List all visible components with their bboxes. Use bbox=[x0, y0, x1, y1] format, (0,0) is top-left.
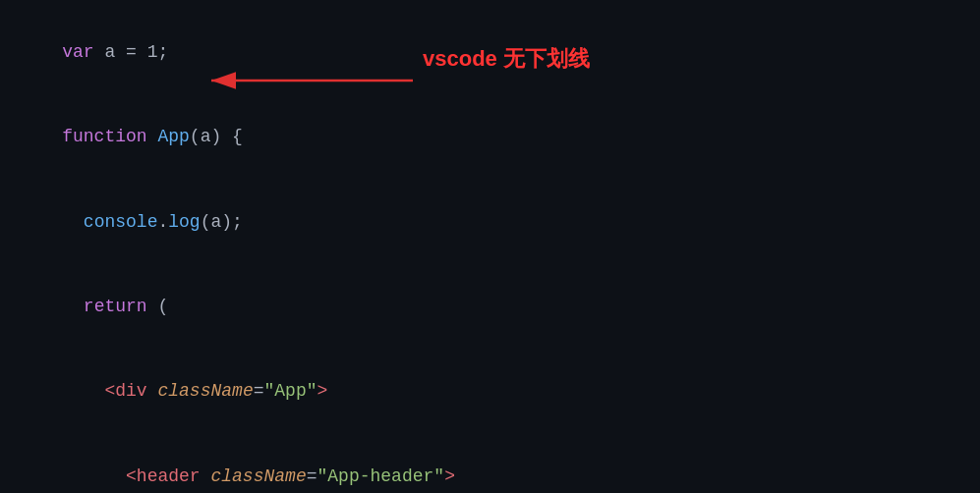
code-line-6: <header className="App-header"> bbox=[20, 434, 960, 493]
code-editor: var a = 1; function App(a) { console.log… bbox=[20, 10, 960, 493]
code-line-2: function App(a) { bbox=[20, 94, 960, 179]
annotation-label: vscode 无下划线 bbox=[423, 41, 590, 76]
annotation-arrow bbox=[202, 51, 418, 110]
code-line-3: console.log(a); bbox=[20, 180, 960, 264]
code-line-5: <div className="App"> bbox=[20, 350, 960, 434]
code-line-4: return ( bbox=[20, 264, 960, 349]
